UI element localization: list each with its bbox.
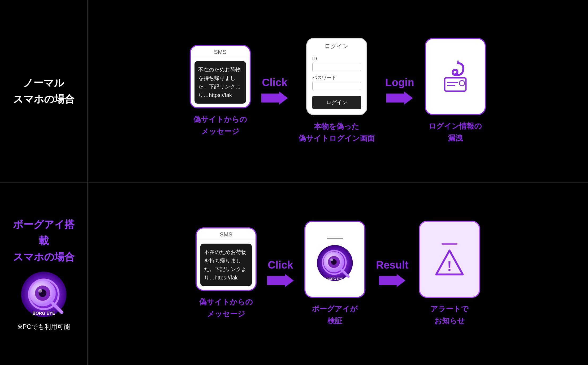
arrow1-label-normal: Click [262, 77, 287, 88]
arrow2-normal: Login [385, 77, 414, 106]
svg-rect-3 [445, 78, 466, 91]
borgeye-phone-group: BORG EYE ボーグアイが検証 [304, 221, 365, 327]
sms-body-normal: 不在のためお荷物を持ち帰りました。下記リンクより…https://fak [191, 57, 250, 107]
caption-sms-borgeye: 偽サイトからのメッセージ [199, 296, 253, 320]
login-body: ID パスワード ログイン [307, 52, 366, 114]
sms-message-normal: 不在のためお荷物を持ち帰りました。下記リンクより…https://fak [194, 61, 246, 104]
svg-marker-1 [386, 91, 413, 105]
login-phone-group: ログイン ID パスワード ログイン 本物を偽った偽サイ [299, 38, 375, 145]
left-panel-normal: ノーマル スマホの場合 [0, 0, 88, 182]
borgeye-verify-phone: BORG EYE [304, 221, 365, 298]
caption-result-normal: ログイン情報の漏洩 [429, 120, 482, 144]
login-button[interactable]: ログイン [312, 96, 361, 109]
sms-message-borgeye: 不在のためお荷物を持ち帰りました。下記リンクより…https://fak [200, 244, 252, 286]
arrow1-icon-borgeye [267, 273, 294, 288]
right-panel-normal: SMS 不在のためお荷物を持ち帰りました。下記リンクより…https://fak… [88, 0, 588, 182]
arrow2-icon-normal [386, 90, 413, 106]
alert-phone-group: ! アラートでお知らせ [419, 221, 480, 327]
row-borgeye: ボーグアイ搭載 スマホの場合 [0, 182, 588, 365]
pc-note: ※PCでも利用可能 [17, 322, 70, 331]
sms-body-borgeye: 不在のためお荷物を持ち帰りました。下記リンクより…https://fak [197, 240, 256, 290]
arrow1-label-borgeye: Click [268, 259, 293, 271]
pass-field-group: パスワード [312, 74, 361, 90]
sms-phone-borgeye: SMS 不在のためお荷物を持ち帰りました。下記リンクより…https://fak [196, 227, 257, 291]
sms-phone-group-normal: SMS 不在のためお荷物を持ち帰りました。下記リンクより…https://fak… [190, 45, 251, 138]
alert-phone-notch [442, 243, 457, 245]
sms-phone-normal: SMS 不在のためお荷物を持ち帰りました。下記リンクより…https://fak [190, 45, 251, 108]
arrow1-icon-normal [261, 90, 288, 106]
sms-header-borgeye: SMS [197, 228, 256, 240]
id-label: ID [312, 56, 361, 62]
login-phone: ログイン ID パスワード ログイン [306, 38, 367, 115]
svg-point-20 [330, 258, 333, 261]
main-grid: ノーマル スマホの場合 SMS 不在のためお荷物を持ち帰りました。下記リンクより… [0, 0, 588, 365]
arrow2-label-normal: Login [385, 77, 414, 88]
phone-notch [327, 238, 343, 239]
borgeye-logo-phone: BORG EYE [315, 243, 355, 283]
svg-marker-24 [379, 274, 405, 287]
pass-label: パスワード [312, 74, 361, 81]
borgeye-logo-large: BORG EYE [20, 270, 68, 318]
arrow1-normal: Click [261, 77, 288, 106]
alert-phone: ! [419, 221, 480, 298]
caption-login: 本物を偽った偽サイトログイン画面 [299, 121, 375, 145]
id-field-group: ID [312, 56, 361, 71]
id-input [312, 63, 361, 71]
svg-point-6 [459, 80, 465, 86]
caption-alert: アラートでお知らせ [430, 303, 469, 327]
arrow1-borgeye: Click [267, 259, 294, 288]
row-normal: ノーマル スマホの場合 SMS 不在のためお荷物を持ち帰りました。下記リンクより… [0, 0, 588, 182]
svg-text:!: ! [447, 258, 452, 274]
left-panel-borgeye: ボーグアイ搭載 スマホの場合 [0, 182, 88, 365]
right-panel-borgeye: SMS 不在のためお荷物を持ち帰りました。下記リンクより…https://fak… [88, 182, 588, 365]
warning-icon: ! [435, 248, 464, 278]
sms-header-normal: SMS [191, 46, 250, 57]
caption-borgeye-verify: ボーグアイが検証 [312, 303, 358, 327]
svg-point-11 [38, 289, 42, 292]
arrow2-label-borgeye: Result [376, 259, 408, 271]
caption-sms-normal: 偽サイトからのメッセージ [193, 114, 247, 138]
arrow2-icon-borgeye [379, 273, 405, 288]
sms-phone-group-borgeye: SMS 不在のためお荷物を持ち帰りました。下記リンクより…https://fak… [196, 227, 257, 320]
arrow2-borgeye: Result [376, 259, 408, 288]
scenario-title-normal: ノーマル スマホの場合 [13, 75, 75, 107]
svg-marker-0 [261, 91, 288, 105]
result-phone-group-normal: ログイン情報の漏洩 [425, 38, 486, 144]
phishing-icon [439, 61, 471, 92]
svg-text:BORG EYE: BORG EYE [32, 311, 55, 315]
svg-marker-15 [267, 274, 294, 287]
login-header: ログイン [307, 39, 366, 52]
scenario-title-borgeye: ボーグアイ搭載 スマホの場合 [8, 217, 79, 265]
result-phone-normal [425, 38, 486, 115]
svg-text:BORG EYE: BORG EYE [326, 277, 343, 281]
pass-input [312, 82, 361, 90]
